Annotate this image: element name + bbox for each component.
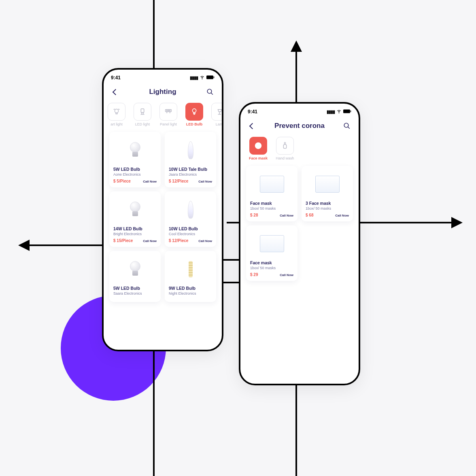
product-price: $ 12/Piece (169, 179, 188, 183)
status-time: 9:41 (248, 109, 257, 115)
svg-point-2 (207, 89, 212, 94)
status-icons: ▮▮▮▮ (190, 74, 215, 81)
search-button[interactable] (205, 87, 215, 97)
search-button[interactable] (342, 121, 352, 131)
svg-rect-1 (214, 76, 215, 79)
product-card[interactable]: 10W LED BulbCool Electronics$ 12/PieceCa… (165, 191, 216, 247)
product-title: 10W LED Bulb (169, 226, 212, 231)
category-face-mask[interactable]: Face mask (247, 137, 270, 160)
nav-bar: Prevent corona (240, 117, 359, 136)
product-image (306, 170, 349, 198)
svg-rect-0 (206, 75, 213, 79)
signal-icon: ▮▮▮▮ (327, 109, 335, 115)
product-card[interactable]: 10W LED Tale BulbJaara Electronics$ 12/P… (165, 132, 216, 187)
product-title: 10W LED Tale Bulb (169, 167, 212, 172)
category-row[interactable]: art lightLED lightPanel lightLED BulbLam… (104, 102, 222, 130)
product-card[interactable]: 5W LED BulbAone Electronics$ 5/PieceCall… (109, 132, 161, 187)
product-subtitle: 1box/ 50 masks (250, 206, 293, 210)
category-label: Face mask (247, 156, 270, 160)
svg-point-13 (344, 123, 348, 128)
category-label: art light (105, 122, 128, 126)
product-title: 5W LED Bulb (113, 167, 157, 172)
product-card[interactable]: 5W LED BulbSaara Electronics (109, 251, 161, 302)
product-card[interactable]: Face mask1box/ 50 masks$ 29Call Now (246, 225, 298, 281)
svg-line-3 (211, 93, 213, 95)
category-led-light[interactable]: LED light (131, 103, 154, 126)
wifi-icon (336, 108, 342, 115)
status-bar: 9:41 ▮▮▮▮ (104, 70, 222, 83)
smart-light-icon (108, 103, 125, 121)
svg-point-8 (168, 110, 169, 111)
panel-light-icon (159, 103, 177, 121)
category-label: Lamp (209, 122, 222, 126)
product-grid[interactable]: Face mask1box/ 50 masks$ 28Call Now3 Fac… (240, 164, 359, 287)
arrowhead-up-icon (291, 40, 302, 52)
status-time: 9:41 (111, 75, 121, 81)
call-now-button[interactable]: Call Now (198, 239, 212, 243)
product-image (113, 196, 157, 224)
phone-lighting: 9:41 ▮▮▮▮ Lighting art lightLED lightPan… (102, 68, 223, 351)
svg-point-16 (256, 145, 261, 148)
product-price: $ 68 (306, 213, 313, 217)
product-price: $ 15/Piece (113, 238, 133, 243)
page-title: Lighting (149, 88, 176, 96)
battery-icon (206, 75, 215, 81)
product-subtitle: 1box/ 50 masks (306, 206, 349, 210)
product-subtitle: Aone Electronics (113, 172, 157, 176)
svg-rect-12 (351, 110, 351, 113)
product-image (169, 255, 212, 283)
product-title: Face mask (250, 201, 293, 206)
product-price: $ 12/Piece (169, 238, 188, 243)
svg-point-9 (170, 110, 170, 111)
category-lamp[interactable]: Lamp (209, 103, 222, 126)
product-subtitle: Saara Electronics (113, 291, 157, 295)
product-card[interactable]: Face mask1box/ 50 masks$ 28Call Now (246, 166, 298, 221)
product-title: Face mask (250, 260, 293, 265)
product-image (250, 170, 293, 198)
product-subtitle: Night Electronics (169, 291, 212, 295)
arrowhead-left-icon (18, 240, 30, 251)
product-grid[interactable]: 5W LED BulbAone Electronics$ 5/PieceCall… (104, 130, 222, 308)
category-label: LED light (131, 122, 154, 126)
phone-prevent-corona: 9:41 ▮▮▮▮ Prevent corona Face maskHand w… (239, 102, 360, 385)
wifi-icon (200, 74, 205, 81)
product-image (169, 136, 212, 164)
signal-icon: ▮▮▮▮ (190, 75, 198, 81)
category-led-bulb[interactable]: LED Bulb (183, 103, 206, 126)
call-now-button[interactable]: Call Now (280, 273, 293, 277)
product-subtitle: Cool Electronics (169, 232, 212, 236)
category-label: Panel light (157, 122, 180, 126)
product-image (169, 196, 212, 224)
hand-wash-icon (276, 137, 294, 155)
product-card[interactable]: 14W LED BulbBright Electronics$ 15/Piece… (109, 191, 161, 247)
product-image (113, 136, 157, 164)
call-now-button[interactable]: Call Now (143, 180, 157, 183)
category-art-light[interactable]: art light (105, 103, 128, 126)
product-card[interactable]: 9W LED BulbNight Electronics (165, 251, 216, 302)
battery-icon (343, 109, 351, 115)
product-subtitle: 1box/ 50 masks (250, 266, 293, 270)
call-now-button[interactable]: Call Now (280, 214, 293, 217)
product-card[interactable]: 3 Face mask1box/ 50 masks$ 68Call Now (302, 166, 353, 221)
svg-point-4 (115, 109, 118, 113)
call-now-button[interactable]: Call Now (143, 239, 157, 243)
call-now-button[interactable]: Call Now (335, 214, 349, 217)
status-bar: 9:41 ▮▮▮▮ (240, 104, 359, 117)
led-bulb-icon (185, 103, 203, 121)
svg-point-18 (259, 144, 260, 145)
product-image (250, 230, 293, 258)
product-price: $ 5/Piece (113, 179, 131, 183)
arrowhead-right-icon (451, 217, 463, 228)
back-button[interactable] (110, 87, 121, 97)
call-now-button[interactable]: Call Now (198, 180, 212, 183)
category-hand-wash[interactable]: Hand wash (274, 137, 296, 160)
category-panel-light[interactable]: Panel light (157, 103, 180, 126)
product-title: 9W LED Bulb (169, 286, 212, 291)
product-price: $ 29 (250, 272, 258, 277)
back-button[interactable] (247, 121, 257, 131)
led-light-icon (134, 103, 151, 121)
svg-rect-11 (343, 109, 350, 113)
product-title: 3 Face mask (306, 201, 349, 206)
category-row[interactable]: Face maskHand wash (240, 136, 359, 164)
category-label: Hand wash (274, 156, 296, 160)
